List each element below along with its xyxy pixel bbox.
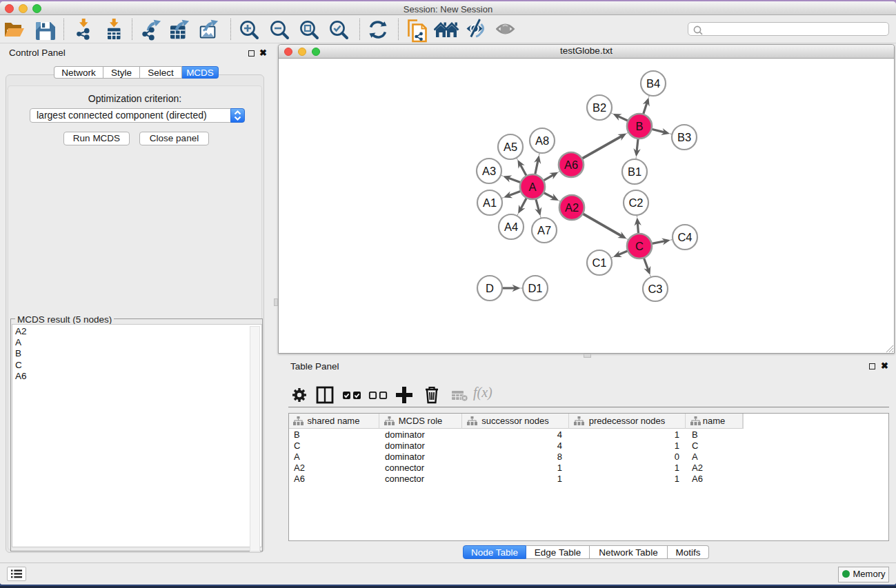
- svg-text:A: A: [528, 181, 536, 193]
- svg-text:B4: B4: [646, 77, 660, 90]
- svg-text:C3: C3: [648, 283, 662, 295]
- svg-text:C: C: [635, 240, 644, 252]
- svg-text:A4: A4: [504, 221, 518, 233]
- svg-text:B3: B3: [677, 131, 691, 143]
- svg-text:D: D: [486, 282, 494, 294]
- svg-text:A2: A2: [565, 201, 579, 214]
- svg-text:C1: C1: [592, 256, 606, 269]
- svg-text:A3: A3: [482, 165, 496, 177]
- svg-text:B1: B1: [628, 165, 641, 178]
- svg-text:A5: A5: [504, 141, 517, 153]
- svg-text:A6: A6: [564, 159, 578, 171]
- svg-text:B: B: [635, 120, 643, 132]
- svg-text:A8: A8: [535, 134, 549, 147]
- svg-text:D1: D1: [528, 282, 542, 294]
- svg-text:C2: C2: [628, 196, 643, 209]
- svg-text:B2: B2: [593, 101, 606, 114]
- svg-text:A7: A7: [537, 224, 551, 236]
- svg-text:A1: A1: [483, 196, 497, 209]
- svg-text:C4: C4: [677, 231, 692, 243]
